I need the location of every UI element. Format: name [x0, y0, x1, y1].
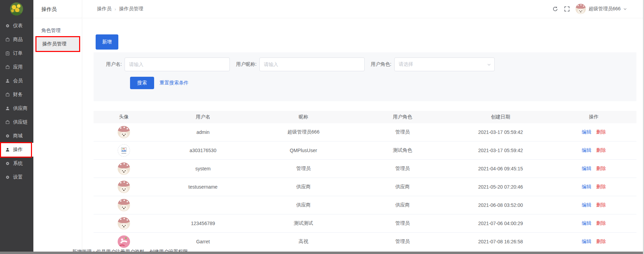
sidebar-item-dashboard[interactable]: 仪表: [0, 19, 33, 33]
sidebar-item-label: 供应商: [13, 105, 28, 112]
delete-link[interactable]: 删除: [596, 166, 606, 172]
user-name: 超级管理员666: [589, 6, 621, 12]
delete-link[interactable]: 删除: [596, 129, 606, 135]
table-row: testusername 供应商 供应商 2021-05-20 07:20:46…: [94, 178, 636, 196]
edit-link[interactable]: 编辑: [582, 184, 591, 190]
cell-nickname: 高祝: [252, 239, 355, 245]
edit-link[interactable]: 编辑: [582, 166, 591, 172]
cell-created: 2021-04-06 09:45:15: [450, 166, 551, 171]
role-select[interactable]: 请选择: [394, 57, 495, 71]
table-row: Garret 高祝 管理员 2021-07-08 16:26:58 编辑删除: [94, 233, 636, 251]
bag-icon: [5, 37, 10, 42]
table-row: a303176530 QMPlusUser 测试角色 2021-03-17 05…: [94, 141, 636, 160]
app-window: 仪表 商品 订单 应用 会员 财务: [0, 0, 644, 254]
reset-search-link[interactable]: 重置搜索条件: [160, 80, 189, 86]
sidebar-item-settings[interactable]: 设置: [0, 170, 33, 184]
sidebar-item-label: 设置: [13, 174, 23, 180]
cell-role: 供应商: [355, 184, 450, 190]
cell-role: 管理员: [355, 239, 450, 245]
refresh-icon[interactable]: [552, 6, 558, 12]
sidebar-item-orders[interactable]: 订单: [0, 46, 33, 60]
delete-link[interactable]: 删除: [596, 147, 606, 154]
cell-nickname: 供应商: [252, 202, 355, 208]
username-input[interactable]: [125, 57, 230, 71]
cell-role: 供应商: [355, 202, 450, 208]
nickname-label: 用户昵称:: [236, 61, 257, 67]
sidebar-item-supply-chain[interactable]: 供应链: [0, 115, 33, 129]
sidebar-item-finance[interactable]: 财务: [0, 88, 33, 102]
app-logo[interactable]: [10, 2, 23, 15]
submenu-title: 操作员: [33, 0, 82, 18]
table-row: system 管理员 管理员 2021-04-06 09:45:15 编辑删除: [94, 160, 636, 178]
sidebar-nav: 仪表 商品 订单 应用 会员 财务: [0, 19, 33, 184]
cell-nickname: QMPlusUser: [252, 148, 355, 153]
user-avatar: [118, 126, 130, 138]
table-row: 供应商 供应商 2021-06-08 03:52:00 编辑删除: [94, 196, 636, 214]
sidebar: 仪表 商品 订单 应用 会员 财务: [0, 0, 33, 252]
person-icon: [5, 106, 10, 111]
users-table: 头像 用户名 昵称 用户角色 创建日期 操作 admin 超级管理员666 管理…: [94, 111, 636, 251]
fullscreen-icon[interactable]: [564, 6, 570, 12]
sidebar-item-label: 应用: [13, 64, 23, 70]
breadcrumb-item[interactable]: 操作员: [97, 6, 111, 12]
sidebar-item-goods[interactable]: 商品: [0, 33, 33, 46]
user-avatar: [118, 235, 130, 248]
breadcrumb-item-current: 操作员管理: [119, 6, 143, 12]
broken-image-icon: [118, 144, 130, 157]
cell-username: 123456789: [154, 221, 252, 226]
cell-created: 2021-06-08 03:52:00: [450, 202, 551, 208]
sidebar-item-members[interactable]: 会员: [0, 74, 33, 88]
sidebar-item-label: 财务: [13, 92, 23, 98]
sidebar-item-label: 系统: [13, 160, 23, 167]
edit-link[interactable]: 编辑: [582, 202, 591, 208]
delete-link[interactable]: 删除: [596, 184, 606, 190]
cell-created: 2021-05-20 07:20:46: [450, 184, 551, 190]
user-menu[interactable]: 超级管理员666: [576, 4, 627, 14]
cell-username: Garret: [154, 239, 252, 244]
cell-created: 2021-07-06 04:00:29: [450, 221, 551, 226]
edit-link[interactable]: 编辑: [582, 129, 591, 135]
gear-icon: [5, 161, 10, 166]
submenu-item-operator-management[interactable]: 操作员管理: [35, 36, 80, 52]
edit-link[interactable]: 编辑: [582, 220, 591, 226]
add-button[interactable]: 新增: [96, 34, 118, 50]
cell-role: 管理员: [355, 129, 450, 135]
sidebar-item-system[interactable]: 系统: [0, 157, 33, 170]
column-header-avatar: 头像: [94, 114, 154, 120]
sidebar-item-suppliers[interactable]: 供应商: [0, 102, 33, 115]
sidebar-item-mall[interactable]: 商城: [0, 129, 33, 143]
sidebar-item-label: 订单: [13, 50, 23, 56]
main-area: 操作员 › 操作员管理 超级管理员666: [83, 0, 644, 252]
delete-link[interactable]: 删除: [596, 202, 606, 208]
cell-nickname: 供应商: [252, 184, 355, 190]
person-icon: [5, 147, 10, 152]
delete-link[interactable]: 删除: [596, 239, 606, 245]
tulip-logo-image: [10, 2, 23, 15]
bag-icon: [5, 65, 10, 70]
gear-icon: [5, 175, 10, 180]
cell-created: 2021-03-17 05:59:42: [450, 148, 551, 153]
edit-link[interactable]: 编辑: [582, 147, 591, 154]
column-header-role: 用户角色: [355, 114, 450, 120]
gear-icon: [5, 134, 10, 138]
window-bottom-edge: [0, 252, 644, 254]
cell-username: testusername: [154, 184, 252, 190]
sidebar-item-label: 商城: [13, 133, 23, 139]
cell-role: 管理员: [355, 166, 450, 172]
cell-nickname: 测试测试: [252, 220, 355, 226]
edit-link[interactable]: 编辑: [582, 239, 591, 245]
column-header-actions: 操作: [551, 114, 636, 120]
nickname-input[interactable]: [259, 57, 365, 71]
delete-link[interactable]: 删除: [596, 220, 606, 226]
cell-nickname: 管理员: [252, 166, 355, 172]
submenu-item-role-management[interactable]: 角色管理: [33, 24, 82, 38]
search-button[interactable]: 搜索: [130, 77, 154, 89]
sidebar-item-label: 操作: [13, 147, 23, 153]
sidebar-item-operations[interactable]: 操作: [0, 143, 33, 157]
sidebar-item-apps[interactable]: 应用: [0, 60, 33, 74]
user-avatar: [118, 199, 130, 211]
username-label: 用户名:: [106, 61, 122, 67]
bag-icon: [5, 120, 10, 125]
column-header-nickname: 昵称: [252, 114, 355, 120]
cell-username: admin: [154, 129, 252, 135]
